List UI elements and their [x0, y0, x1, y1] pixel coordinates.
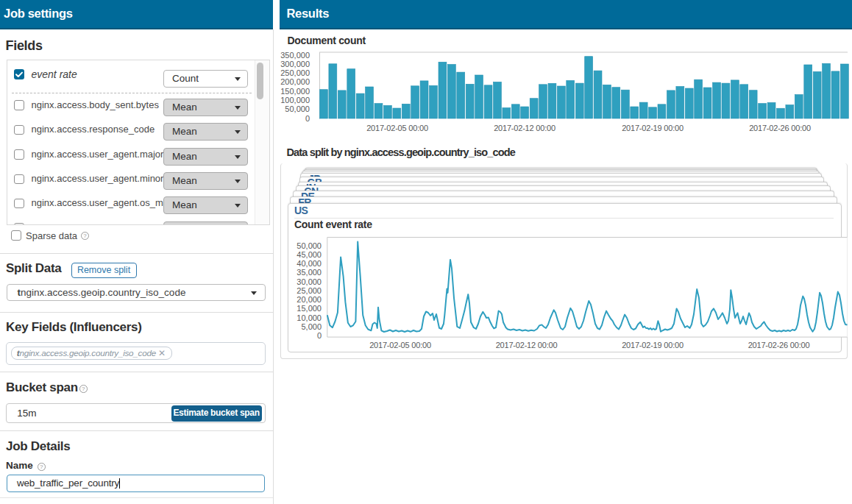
svg-text:45,000: 45,000 [297, 250, 322, 259]
svg-text:25,000: 25,000 [297, 286, 322, 295]
svg-text:250,000: 250,000 [280, 68, 310, 77]
svg-text:2017-02-26 00:00: 2017-02-26 00:00 [748, 341, 810, 349]
svg-text:20,000: 20,000 [297, 295, 322, 304]
svg-text:50,000: 50,000 [297, 241, 322, 250]
svg-text:2017-02-12 00:00: 2017-02-12 00:00 [494, 124, 555, 132]
svg-text:2017-02-19 00:00: 2017-02-19 00:00 [622, 124, 684, 132]
svg-text:0: 0 [305, 114, 310, 123]
svg-text:30,000: 30,000 [297, 277, 322, 286]
svg-text:2017-02-05 00:00: 2017-02-05 00:00 [369, 341, 431, 349]
svg-text:15,000: 15,000 [297, 304, 322, 313]
svg-text:300,000: 300,000 [280, 60, 310, 68]
svg-text:0: 0 [317, 331, 322, 340]
svg-text:2017-02-19 00:00: 2017-02-19 00:00 [622, 341, 684, 349]
svg-text:40,000: 40,000 [297, 259, 322, 268]
svg-text:350,000: 350,000 [280, 51, 310, 60]
svg-text:10,000: 10,000 [297, 313, 322, 322]
svg-text:2017-02-26 00:00: 2017-02-26 00:00 [749, 124, 811, 132]
svg-text:2017-02-05 00:00: 2017-02-05 00:00 [366, 124, 428, 132]
svg-text:100,000: 100,000 [280, 96, 310, 104]
svg-text:35,000: 35,000 [297, 268, 322, 277]
svg-text:150,000: 150,000 [280, 87, 310, 96]
svg-text:5,000: 5,000 [301, 322, 322, 331]
svg-text:200,000: 200,000 [280, 77, 310, 86]
svg-text:50,000: 50,000 [285, 104, 310, 113]
svg-text:2017-02-12 00:00: 2017-02-12 00:00 [496, 341, 558, 349]
